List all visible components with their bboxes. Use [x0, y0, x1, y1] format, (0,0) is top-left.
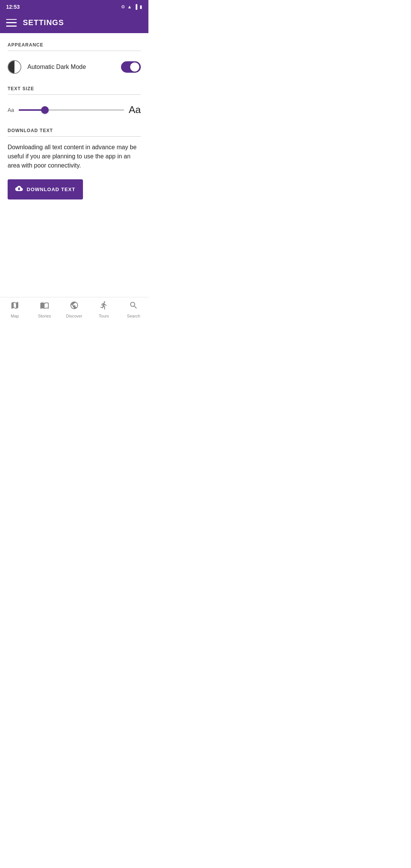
text-size-section: TEXT SIZE Aa Aa	[8, 86, 141, 119]
download-text-section-title: DOWNLOAD TEXT	[8, 128, 141, 133]
nav-item-discover[interactable]: Discover	[59, 297, 89, 321]
nav-label-tours: Tours	[99, 314, 109, 318]
nav-item-tours[interactable]: Tours	[89, 297, 119, 321]
download-text-description: Downloading all text content in advance …	[8, 143, 141, 170]
slider-thumb[interactable]	[41, 106, 49, 114]
status-icons: ⚙ ▲ ▐ ▮	[121, 4, 142, 10]
appearance-section: APPEARANCE Automatic Dark Mode	[8, 42, 141, 77]
dark-mode-label: Automatic Dark Mode	[27, 64, 115, 70]
text-size-section-title: TEXT SIZE	[8, 86, 141, 91]
map-icon	[10, 301, 19, 312]
nav-label-stories: Stories	[38, 314, 51, 318]
appearance-section-title: APPEARANCE	[8, 42, 141, 48]
battery-icon: ▮	[140, 4, 142, 10]
stories-icon	[40, 301, 49, 312]
text-size-small-label: Aa	[8, 107, 14, 113]
page-title: SETTINGS	[23, 18, 64, 27]
signal-icon: ▐	[134, 4, 137, 10]
download-button-label: DOWNLOAD TEXT	[27, 187, 75, 192]
tours-icon	[99, 301, 108, 312]
nav-item-stories[interactable]: Stories	[30, 297, 59, 321]
download-text-button[interactable]: DOWNLOAD TEXT	[8, 179, 83, 199]
slider-track	[19, 109, 124, 111]
text-size-divider	[8, 94, 141, 95]
dark-mode-toggle[interactable]	[121, 61, 141, 73]
text-size-large-label: Aa	[129, 104, 141, 116]
dark-mode-icon	[8, 60, 21, 74]
settings-content: APPEARANCE Automatic Dark Mode TEXT SIZE…	[0, 33, 148, 297]
cloud-download-svg	[15, 185, 23, 192]
dark-mode-row: Automatic Dark Mode	[8, 57, 141, 77]
nav-label-search: Search	[127, 314, 140, 318]
nav-item-search[interactable]: Search	[119, 297, 148, 321]
menu-button[interactable]	[6, 19, 17, 27]
nav-label-discover: Discover	[66, 314, 83, 318]
search-icon	[129, 301, 138, 312]
wifi-icon: ▲	[127, 4, 132, 10]
download-text-divider	[8, 136, 141, 137]
text-size-slider-container	[19, 106, 124, 114]
text-size-row: Aa Aa	[8, 101, 141, 119]
download-text-section: DOWNLOAD TEXT Downloading all text conte…	[8, 128, 141, 199]
settings-status-icon: ⚙	[121, 4, 125, 10]
nav-item-map[interactable]: Map	[0, 297, 30, 321]
header: SETTINGS	[0, 14, 148, 33]
appearance-divider	[8, 51, 141, 51]
download-cloud-icon	[15, 185, 23, 194]
status-time: 12:53	[6, 4, 20, 10]
status-bar: 12:53 ⚙ ▲ ▐ ▮	[0, 0, 148, 14]
discover-icon	[70, 301, 79, 312]
nav-label-map: Map	[11, 314, 19, 318]
bottom-nav: Map Stories Discover Tours S	[0, 297, 148, 321]
